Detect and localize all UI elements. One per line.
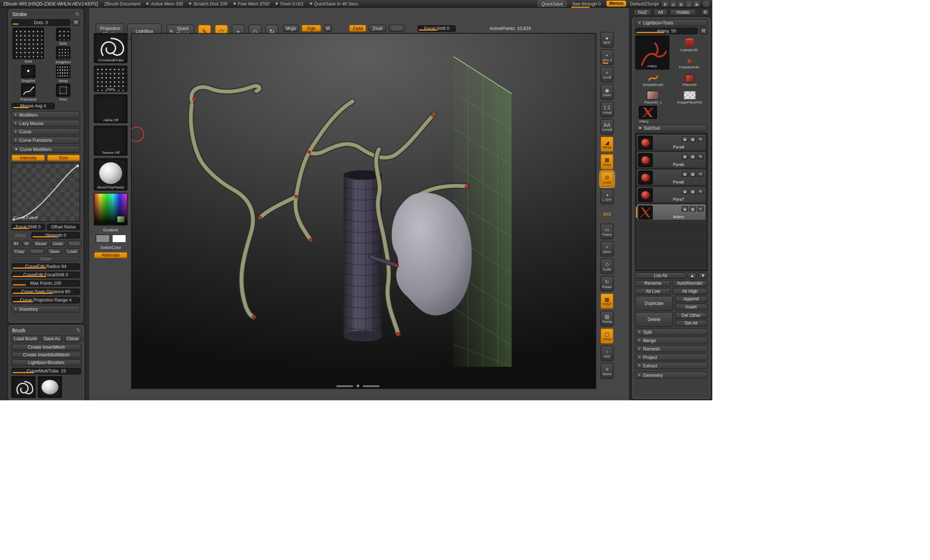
shelf-toggle-button[interactable]: ↻ Rotate — [600, 276, 614, 292]
all-low-button[interactable]: All Low — [635, 288, 670, 295]
color-picker-inner-swatch[interactable] — [117, 216, 125, 223]
tool-thumb-simplebrush[interactable]: SimpleBrush — [635, 70, 671, 86]
stroke-slider[interactable]: CurveEdit FocalShift 0 — [11, 272, 80, 278]
shelf-toggle-button[interactable]: 1:1 Actual — [600, 101, 614, 117]
focal-shift-shelf-slider[interactable]: Focal Shift 0 — [417, 25, 456, 32]
material-thumb[interactable]: SketchToyPlastic — [94, 158, 128, 190]
stroke-restore-button[interactable]: R — [72, 19, 80, 26]
subtool-up-button[interactable]: ▲ — [687, 272, 697, 279]
subtool-item[interactable]: ◉ ▦ ✎ Pyra7 — [637, 186, 707, 203]
shelf-toggle-button[interactable]: ◑ L.Sym — [600, 189, 614, 204]
stroke-slider[interactable]: Curve Snap Distance 60 — [11, 288, 80, 295]
brush-action-button[interactable]: Clone — [65, 336, 81, 342]
main-color-swatch[interactable] — [95, 234, 110, 243]
alternate-button[interactable]: Alternate — [94, 252, 128, 258]
stroke-dragdot-thumb[interactable] — [21, 65, 35, 78]
subtool-action-bar[interactable]: Remesh — [635, 345, 707, 352]
rgb-button[interactable]: Rgb — [302, 25, 321, 32]
sphere-brush-thumb[interactable] — [38, 376, 62, 398]
gradient-label[interactable]: Gradient — [94, 228, 128, 232]
tool-thumb-plane3d-1[interactable]: Plane3D_1 — [635, 88, 671, 104]
delete-button[interactable]: Delete — [635, 312, 673, 327]
subtool-section-bar[interactable]: SubTool — [635, 124, 707, 132]
brush-wide-button[interactable]: Lightbox>Brushes — [11, 359, 81, 366]
list-all-button[interactable]: List All — [635, 272, 685, 279]
visibility-eye-icon[interactable]: ◉ — [682, 137, 688, 142]
shelf-toggle-button[interactable]: ◎ Local — [600, 172, 614, 187]
palette-refresh-icon[interactable]: ↻ — [75, 11, 79, 17]
append-button[interactable]: Append — [674, 296, 708, 302]
texture-thumb[interactable]: Texture Off — [94, 126, 128, 156]
stroke-dots-current-thumb[interactable] — [13, 28, 44, 59]
collapsed-section-bar[interactable]: Curve — [11, 128, 80, 135]
switch-color-label[interactable]: SwitchColor — [94, 245, 128, 250]
see-through-slider[interactable]: See-through 0 — [570, 1, 602, 6]
stroke-dots-thumb[interactable] — [56, 28, 70, 41]
canvas-scrollbar[interactable] — [336, 385, 379, 387]
current-brush-selector[interactable]: CurveMultiTube. 15 — [11, 368, 81, 374]
collapsed-section-bar[interactable]: Modifiers — [11, 111, 80, 118]
shelf-toggle-button[interactable]: XYZ — [600, 206, 614, 222]
brush-wide-button[interactable]: Create InsertMultiMesh — [11, 351, 81, 358]
rename-button[interactable]: Rename — [635, 280, 670, 287]
goz-visible-button[interactable]: Visible — [670, 9, 696, 16]
sculpt-icon[interactable]: ✎ — [698, 137, 704, 142]
titlebar-layout-icon[interactable]: ▦ — [678, 1, 684, 6]
brush-action-button[interactable]: SelectIcon — [83, 336, 84, 342]
shelf-toggle-button[interactable]: ▦ Floor — [600, 154, 614, 170]
polypaint-icon[interactable]: ▦ — [689, 172, 696, 177]
curve-edit-button[interactable]: fV — [22, 241, 31, 246]
current-brush-thumb[interactable]: CurveMultiTube — [94, 33, 128, 63]
menus-toggle-button[interactable]: Menus — [606, 1, 627, 6]
tool-thumb-imageplane[interactable]: ImagePlane#01 — [672, 88, 708, 104]
curve-clipboard-button[interactable]: Copy — [11, 248, 27, 254]
curve-clipboard-button[interactable]: Paste — [29, 248, 45, 254]
all-high-button[interactable]: All High — [673, 288, 708, 295]
shelf-toggle-button[interactable]: ◇ Scale — [600, 258, 614, 274]
del-all-button[interactable]: Del All — [674, 320, 708, 327]
strength-slider[interactable]: Strength 0 — [31, 232, 80, 239]
polypaint-icon[interactable]: ▦ — [689, 189, 696, 194]
stroke-rect-thumb[interactable] — [56, 84, 70, 97]
close-divider[interactable]: Close — [11, 256, 80, 261]
intensity-button[interactable]: Intensity — [11, 155, 45, 161]
m-button[interactable]: M — [324, 25, 332, 32]
subtool-item[interactable]: ◉ ▦ ✎ Artery — [637, 204, 707, 221]
curve-falloff-editor[interactable]: Curve Falloff — [11, 163, 80, 222]
visibility-eye-icon[interactable]: ◉ — [682, 154, 688, 160]
titlebar-layout-icon[interactable]: ◩ — [662, 1, 668, 6]
shelf-toggle-button[interactable]: ◢ Persp — [600, 137, 614, 152]
size-button[interactable]: Size — [46, 155, 80, 161]
brush-action-button[interactable]: Load Brush — [11, 336, 39, 342]
collapsed-section-bar[interactable]: Curve Functions — [11, 137, 80, 144]
subtool-action-bar[interactable]: Project — [635, 353, 707, 361]
shelf-toggle-button[interactable]: ▭ Frame — [600, 224, 614, 239]
subtool-action-bar[interactable]: Split — [635, 328, 707, 336]
focal-shift-slider[interactable]: Focal Shift 0 — [11, 224, 45, 230]
titlebar-layout-icon[interactable]: ◫ — [686, 1, 692, 6]
subtool-empty-slot[interactable] — [637, 221, 707, 237]
zadd-button[interactable]: Zadd — [349, 25, 366, 32]
shelf-toggle-button[interactable]: ▢ Ghost — [600, 328, 614, 344]
scrollbar-track-right[interactable] — [363, 385, 380, 387]
polypaint-icon[interactable]: ▦ — [689, 206, 696, 212]
brush-action-button[interactable]: Save As — [41, 336, 62, 342]
goz-button[interactable]: GoZ — [633, 9, 651, 16]
shelf-toggle-button[interactable]: AA AAHalf — [600, 119, 614, 135]
tool-thumb-polymesh3d[interactable]: ★ PolyMesh3D — [671, 53, 707, 69]
subtool-item[interactable]: ◉ ▦ ✎ Pyra5 — [637, 151, 707, 168]
duplicate-button[interactable]: Duplicate — [635, 296, 673, 311]
autoreorder-button[interactable]: AutoReorder — [673, 280, 708, 287]
curve-clipboard-button[interactable]: Load — [65, 248, 80, 254]
current-stroke-thumb[interactable]: Dots — [94, 66, 128, 92]
shelf-toggle-button[interactable]: ▨ Transp — [600, 311, 614, 327]
stroke-type-selector[interactable]: Dots. 0 — [11, 19, 70, 26]
shelf-toggle-button[interactable]: ○ Solo — [600, 345, 614, 361]
shelf-toggle-button[interactable]: ≡ Xpose — [600, 363, 614, 379]
current-tool-selector[interactable]: Artery. 50 — [635, 28, 698, 34]
stroke-slider[interactable]: Curve Projection Range 4 — [11, 297, 80, 304]
zcut-button[interactable]: Zcut — [388, 25, 405, 32]
visibility-eye-icon[interactable]: ◉ — [682, 172, 688, 177]
shelf-toggle-button[interactable]: ◉ Zoom — [600, 84, 614, 100]
visibility-eye-icon[interactable]: ◉ — [682, 206, 688, 212]
